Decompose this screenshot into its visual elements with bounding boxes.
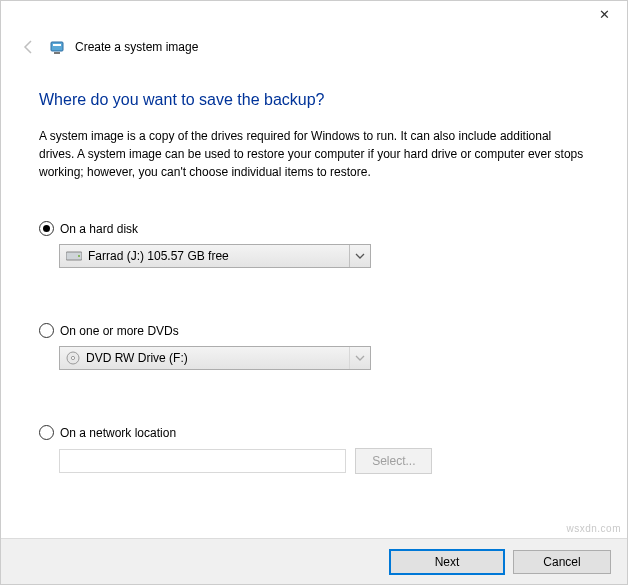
- footer: Next Cancel: [1, 538, 627, 584]
- disc-icon: [66, 351, 80, 365]
- titlebar: ✕: [1, 1, 627, 31]
- system-image-icon: [49, 39, 65, 55]
- option-hard-disk-label: On a hard disk: [60, 222, 138, 236]
- radio-dvd[interactable]: [39, 323, 54, 338]
- dvd-selected: DVD RW Drive (F:): [86, 351, 349, 365]
- chevron-down-icon: [349, 347, 370, 369]
- content-area: Where do you want to save the backup? A …: [39, 81, 589, 474]
- svg-point-6: [71, 356, 74, 359]
- svg-rect-1: [53, 44, 61, 46]
- back-arrow-icon: [19, 37, 39, 57]
- select-button: Select...: [355, 448, 432, 474]
- page-heading: Where do you want to save the backup?: [39, 91, 589, 109]
- hard-disk-selected: Farrad (J:) 105.57 GB free: [88, 249, 349, 263]
- radio-network[interactable]: [39, 425, 54, 440]
- option-network[interactable]: On a network location: [39, 425, 589, 440]
- hard-drive-icon: [66, 250, 82, 262]
- network-path-input[interactable]: [59, 449, 346, 473]
- option-network-label: On a network location: [60, 426, 176, 440]
- network-row: Select...: [39, 448, 589, 474]
- radio-hard-disk[interactable]: [39, 221, 54, 236]
- watermark: wsxdn.com: [566, 523, 621, 534]
- option-dvd[interactable]: On one or more DVDs: [39, 323, 589, 338]
- svg-rect-2: [54, 52, 60, 54]
- next-button[interactable]: Next: [389, 549, 505, 575]
- close-button[interactable]: ✕: [582, 1, 627, 29]
- wizard-title: Create a system image: [75, 40, 198, 54]
- hard-disk-dropdown[interactable]: Farrad (J:) 105.57 GB free: [59, 244, 371, 268]
- option-dvd-label: On one or more DVDs: [60, 324, 179, 338]
- option-hard-disk[interactable]: On a hard disk: [39, 221, 589, 236]
- svg-rect-0: [51, 42, 63, 51]
- svg-point-4: [78, 255, 80, 257]
- dvd-dropdown[interactable]: DVD RW Drive (F:): [59, 346, 371, 370]
- page-description: A system image is a copy of the drives r…: [39, 127, 589, 181]
- wizard-window: ✕ Create a system image Where do you wan…: [0, 0, 628, 585]
- header: Create a system image: [19, 37, 198, 57]
- chevron-down-icon[interactable]: [349, 245, 370, 267]
- cancel-button[interactable]: Cancel: [513, 550, 611, 574]
